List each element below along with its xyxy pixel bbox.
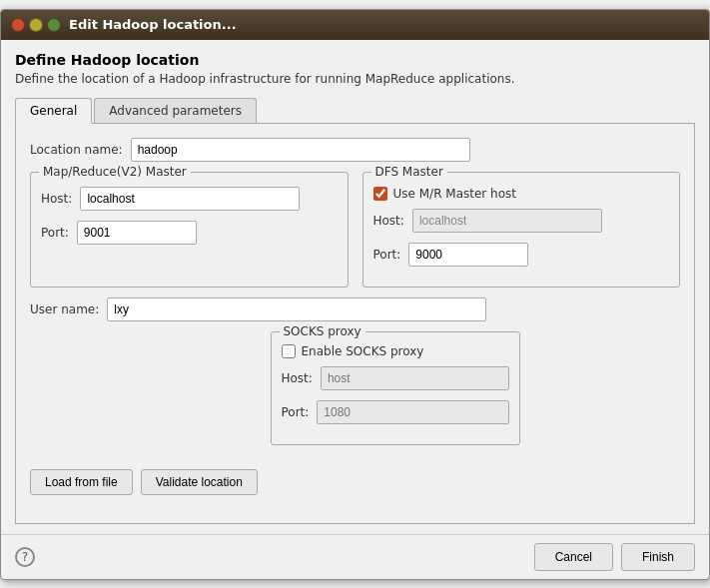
socks-host-row: Host: <box>282 366 509 390</box>
footer: ? Cancel Finish <box>1 534 709 579</box>
tab-general[interactable]: General <box>15 98 92 124</box>
username-input[interactable] <box>107 297 486 321</box>
dfs-port-row: Port: <box>373 243 670 267</box>
footer-right-buttons: Cancel Finish <box>534 543 695 571</box>
socks-host-input[interactable] <box>321 366 509 390</box>
help-button[interactable]: ? <box>15 547 35 567</box>
socks-enable-label: Enable SOCKS proxy <box>302 344 424 358</box>
mr-port-label: Port: <box>41 226 69 240</box>
window-title: Edit Hadoop location... <box>69 17 699 32</box>
socks-port-input[interactable] <box>317 400 508 424</box>
socks-port-label: Port: <box>282 405 310 419</box>
socks-legend: SOCKS proxy <box>280 324 365 338</box>
titlebar: Edit Hadoop location... <box>1 10 709 40</box>
dfs-use-mr-row: Use M/R Master host <box>373 187 670 201</box>
username-row: User name: <box>30 297 680 321</box>
mr-master-panel: Map/Reduce(V2) Master Host: Port: <box>30 172 349 288</box>
minimize-button[interactable] <box>29 18 43 32</box>
mr-port-input[interactable] <box>77 221 197 245</box>
dfs-host-label: Host: <box>373 214 404 228</box>
location-name-input[interactable] <box>131 138 470 162</box>
mr-port-row: Port: <box>41 221 338 245</box>
dfs-port-label: Port: <box>373 248 401 262</box>
action-buttons: Load from file Validate location <box>30 469 680 495</box>
close-button[interactable] <box>11 18 25 32</box>
dfs-use-mr-label: Use M/R Master host <box>393 187 516 201</box>
socks-host-label: Host: <box>282 371 313 385</box>
dfs-host-row: Host: <box>373 209 670 233</box>
location-name-row: Location name: <box>30 138 680 162</box>
tab-advanced[interactable]: Advanced parameters <box>94 98 257 123</box>
maximize-button[interactable] <box>47 18 61 32</box>
socks-enable-checkbox[interactable] <box>282 344 296 358</box>
two-panels: Map/Reduce(V2) Master Host: Port: DFS Ma… <box>30 172 680 288</box>
mr-master-legend: Map/Reduce(V2) Master <box>39 165 191 179</box>
load-from-file-button[interactable]: Load from file <box>30 469 133 495</box>
validate-location-button[interactable]: Validate location <box>141 469 258 495</box>
cancel-button[interactable]: Cancel <box>534 543 613 571</box>
finish-button[interactable]: Finish <box>621 543 695 571</box>
main-window: Edit Hadoop location... Define Hadoop lo… <box>0 9 710 580</box>
page-description: Define the location of a Hadoop infrastr… <box>15 72 695 86</box>
socks-port-row: Port: <box>282 400 509 424</box>
content-area: Define Hadoop location Define the locati… <box>1 40 709 534</box>
dfs-host-input[interactable] <box>412 209 602 233</box>
location-name-label: Location name: <box>30 143 123 157</box>
mr-host-input[interactable] <box>80 187 300 211</box>
mr-host-label: Host: <box>41 192 72 206</box>
page-title: Define Hadoop location <box>15 52 695 68</box>
socks-proxy-panel: SOCKS proxy Enable SOCKS proxy Host: Por… <box>271 331 520 445</box>
dfs-master-legend: DFS Master <box>371 165 447 179</box>
mr-host-row: Host: <box>41 187 338 211</box>
titlebar-buttons <box>11 18 61 32</box>
dfs-port-input[interactable] <box>408 243 528 267</box>
dfs-use-mr-checkbox[interactable] <box>373 187 387 201</box>
username-label: User name: <box>30 302 99 316</box>
tab-bar: General Advanced parameters <box>15 98 695 124</box>
socks-enable-row: Enable SOCKS proxy <box>282 344 509 358</box>
dfs-master-panel: DFS Master Use M/R Master host Host: Por… <box>362 172 681 288</box>
socks-container: SOCKS proxy Enable SOCKS proxy Host: Por… <box>30 331 680 457</box>
tab-content-general: Location name: Map/Reduce(V2) Master Hos… <box>15 124 695 524</box>
